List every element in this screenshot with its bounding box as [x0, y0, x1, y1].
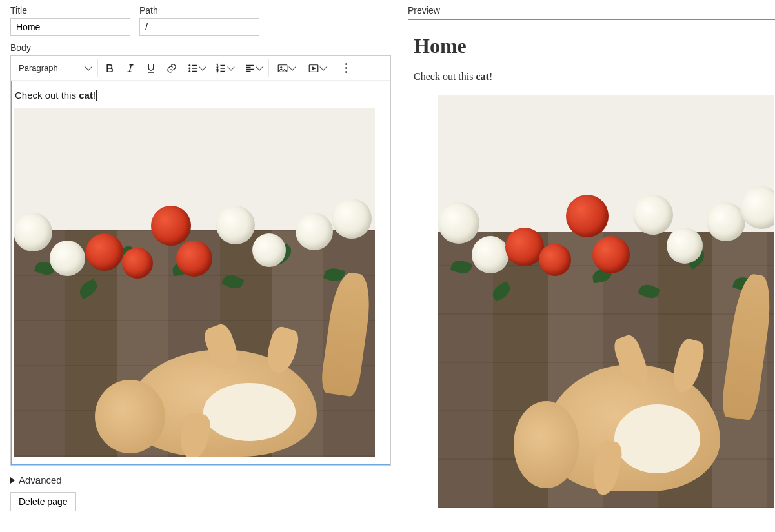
body-label: Body — [10, 43, 392, 53]
bullet-list-button[interactable] — [182, 59, 210, 78]
text-caret — [96, 90, 97, 101]
underline-button[interactable] — [141, 59, 161, 78]
preview-text: Check out this cat! — [414, 71, 775, 83]
path-label: Path — [139, 5, 259, 15]
italic-button[interactable] — [120, 59, 141, 78]
title-label: Title — [10, 5, 130, 15]
more-button[interactable] — [336, 59, 356, 78]
svg-point-7 — [281, 66, 282, 68]
delete-page-button[interactable]: Delete page — [10, 492, 76, 511]
path-input[interactable] — [139, 18, 259, 36]
more-icon — [345, 63, 347, 73]
rich-text-editor: Paragraph — [10, 55, 391, 466]
chevron-down-icon — [288, 63, 296, 70]
disclosure-triangle-icon — [10, 477, 15, 484]
svg-point-0 — [189, 64, 190, 66]
preview-heading: Home — [414, 34, 775, 58]
body-image[interactable] — [14, 108, 375, 457]
chevron-down-icon — [227, 63, 234, 70]
advanced-toggle[interactable]: Advanced — [10, 475, 392, 486]
svg-point-2 — [189, 70, 190, 72]
bold-button[interactable] — [99, 59, 120, 78]
chevron-down-icon — [85, 63, 92, 70]
preview-image — [438, 95, 774, 508]
cat-illustration — [100, 303, 371, 457]
preview-label: Preview — [408, 5, 775, 15]
editor-toolbar: Paragraph — [11, 56, 390, 81]
chevron-down-icon — [199, 63, 206, 70]
insert-image-button[interactable] — [270, 59, 301, 78]
svg-text:3: 3 — [217, 69, 219, 73]
chevron-down-icon — [319, 63, 327, 70]
body-text-line[interactable]: Check out this cat! — [14, 90, 384, 101]
link-button[interactable] — [161, 59, 182, 78]
align-button[interactable] — [239, 59, 267, 78]
title-input[interactable] — [10, 18, 130, 36]
block-format-value: Paragraph — [19, 63, 58, 73]
editor-content-area[interactable]: Check out this cat! — [11, 81, 390, 465]
svg-point-1 — [189, 67, 190, 68]
numbered-list-button[interactable]: 123 — [210, 59, 239, 78]
preview-frame: Home Check out this cat! — [408, 19, 775, 522]
insert-media-button[interactable] — [301, 59, 332, 78]
chevron-down-icon — [256, 63, 263, 70]
block-format-select[interactable]: Paragraph — [14, 59, 96, 78]
